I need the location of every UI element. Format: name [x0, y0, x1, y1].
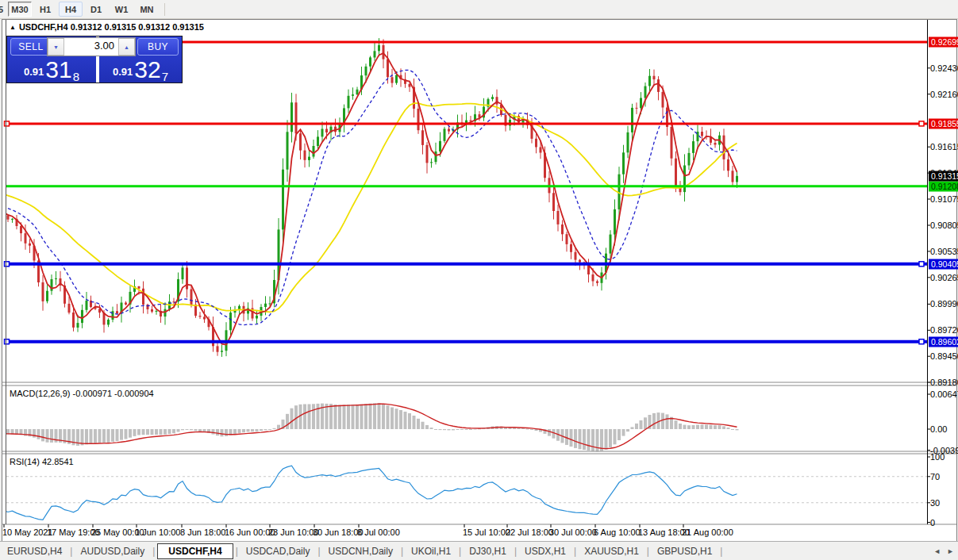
- price-axis-tick: 0.90535: [930, 247, 958, 256]
- lot-increase-button[interactable]: ▲: [118, 38, 135, 56]
- macd-histogram-bar: [317, 404, 320, 429]
- chart-tab-audusddaily[interactable]: AUDUSD,Daily: [73, 543, 152, 559]
- candle-body: [692, 141, 694, 153]
- date-axis-label: 22 Jul 18:00: [506, 527, 553, 537]
- candle-body: [662, 92, 664, 108]
- candle-body: [321, 129, 324, 137]
- price-axis-tick: 0.90805: [930, 221, 958, 230]
- tf-button-w1[interactable]: W1: [110, 2, 133, 17]
- moving-average-12: [0, 70, 737, 324]
- tf-button-h4[interactable]: H4: [59, 2, 83, 17]
- candle-body: [365, 67, 367, 75]
- line-drag-handle[interactable]: [919, 262, 924, 267]
- macd-histogram-bar: [116, 429, 119, 441]
- macd-histogram-bar: [111, 429, 114, 442]
- candle-body: [557, 211, 560, 224]
- macd-histogram-bar: [221, 429, 224, 436]
- candle-body: [217, 346, 219, 351]
- tab-separator: |: [152, 546, 156, 557]
- chart-tab-eurusdh4[interactable]: EURUSD,H4: [0, 543, 69, 559]
- candle-body: [77, 323, 79, 328]
- candle-body: [203, 316, 206, 319]
- chart-tab-dj30h1[interactable]: DJ30,H1: [462, 543, 514, 559]
- chart-tab-usdcnhdaily[interactable]: USDCNH,Daily: [321, 543, 400, 559]
- tf-button-d1[interactable]: D1: [84, 2, 108, 17]
- date-axis-label: 23 Jun 10:00: [268, 527, 319, 537]
- macd-histogram-bar: [303, 405, 306, 430]
- line-drag-handle[interactable]: [5, 262, 10, 267]
- macd-histogram-bar: [260, 429, 263, 431]
- price-axis-tick: 0.90265: [930, 273, 958, 282]
- macd-histogram-bar: [107, 429, 110, 443]
- macd-histogram-bar: [129, 429, 132, 438]
- macd-histogram-bar: [417, 419, 420, 429]
- lot-decrease-button[interactable]: ▼: [48, 38, 64, 56]
- macd-histogram-bar: [652, 413, 656, 429]
- chart-title: ▲USDCHF,H4 0.91312 0.91315 0.91312 0.913…: [10, 22, 204, 32]
- candle-body: [29, 244, 31, 246]
- chart-tab-xauusdh1[interactable]: XAUUSD,H1: [577, 543, 646, 559]
- candle-body: [356, 90, 359, 94]
- macd-histogram-bar: [155, 429, 158, 435]
- macd-indicator-label: MACD(12,26,9) -0.000971 -0.000904: [10, 389, 154, 398]
- price-axis-tick: 0.91615: [930, 142, 958, 152]
- price-line-label: 0.91208: [929, 182, 958, 192]
- line-drag-handle[interactable]: [919, 121, 924, 126]
- macd-histogram-bar: [452, 429, 455, 430]
- macd-axis-label: 0.00: [930, 424, 947, 434]
- chart-tab-gbpusdh1[interactable]: GBPUSD,H1: [650, 543, 719, 559]
- macd-histogram-bar: [443, 429, 446, 430]
- tf-button-mn[interactable]: MN: [135, 2, 159, 17]
- chart-tab-usdchfh4[interactable]: USDCHF,H4: [157, 543, 233, 559]
- price-chart-canvas[interactable]: [0, 0, 958, 560]
- line-drag-handle[interactable]: [5, 339, 10, 344]
- tab-scroll-right-icon[interactable]: ►: [947, 547, 954, 555]
- macd-histogram-bar: [343, 405, 346, 430]
- line-drag-handle[interactable]: [919, 339, 924, 344]
- macd-histogram-bar: [251, 429, 254, 432]
- candle-body: [622, 152, 625, 174]
- buy-price-prefix: 0.91: [113, 66, 133, 78]
- macd-histogram-bar: [696, 425, 699, 430]
- macd-histogram-bar: [133, 429, 137, 436]
- chart-tab-usdcaddaily[interactable]: USDCAD,Daily: [239, 543, 317, 559]
- candle-body: [570, 244, 572, 252]
- tf-button-m5-partial[interactable]: 5: [0, 2, 6, 17]
- macd-histogram-bar: [666, 414, 669, 429]
- macd-histogram-bar: [360, 405, 364, 429]
- sell-button[interactable]: SELL: [10, 38, 52, 56]
- macd-histogram-bar: [164, 429, 167, 435]
- chart-tab-ukoilh1[interactable]: UKOil,H1: [404, 543, 458, 559]
- macd-histogram-bar: [329, 404, 333, 429]
- macd-histogram-bar: [247, 429, 250, 432]
- line-drag-handle[interactable]: [5, 121, 10, 126]
- macd-histogram-bar: [465, 429, 468, 430]
- macd-histogram-bar: [701, 424, 704, 429]
- macd-histogram-bar: [369, 404, 372, 429]
- macd-histogram-bar: [425, 425, 429, 429]
- candle-body: [112, 311, 114, 320]
- macd-histogram-bar: [622, 429, 625, 436]
- candle-body: [142, 289, 144, 305]
- candle-body: [383, 45, 385, 59]
- price-line-label: 0.91855: [929, 119, 958, 129]
- candle-body: [736, 176, 738, 182]
- candle-body: [701, 132, 703, 136]
- candle-body: [444, 128, 446, 140]
- macd-histogram-bar: [731, 429, 734, 430]
- tf-button-h1[interactable]: H1: [33, 2, 57, 17]
- macd-histogram-bar: [605, 429, 608, 450]
- macd-histogram-bar: [181, 429, 184, 430]
- one-click-trading-panel: SELL 0.91318 BUY 0.91327 ▼ 3.00 ▲: [6, 36, 183, 83]
- macd-histogram-bar: [408, 413, 411, 429]
- macd-histogram-bar: [146, 429, 149, 435]
- chart-tab-usdxh1[interactable]: USDX,H1: [517, 543, 573, 559]
- buy-button[interactable]: BUY: [137, 38, 179, 56]
- candle-body: [627, 132, 629, 152]
- tab-scroll-left-icon[interactable]: ◄: [933, 547, 941, 555]
- tf-button-m30[interactable]: M30: [8, 2, 32, 17]
- macd-histogram-bar: [526, 429, 529, 430]
- macd-histogram-bar: [587, 429, 591, 451]
- macd-histogram-bar: [635, 424, 638, 429]
- lot-size-value[interactable]: 3.00: [64, 38, 118, 56]
